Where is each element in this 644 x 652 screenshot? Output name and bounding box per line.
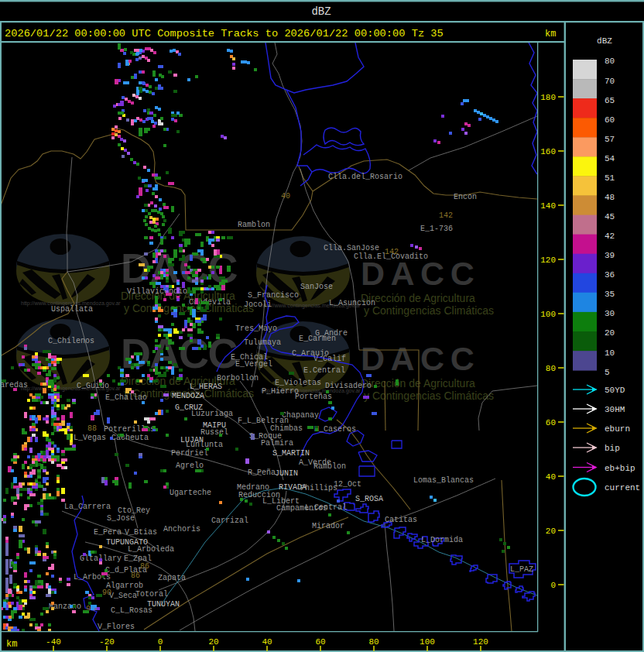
svg-text:MENDOZA: MENDOZA <box>172 392 204 400</box>
svg-text:V_Btias: V_Btias <box>125 528 157 537</box>
svg-text:Jocoli: Jocoli <box>244 300 272 309</box>
svg-text:40: 40 <box>281 192 290 201</box>
svg-text:Carrizal: Carrizal <box>211 516 248 525</box>
svg-text:20: 20 <box>605 328 615 338</box>
svg-text:2026/01/22 00:00:00 UTC Compos: 2026/01/22 00:00:00 UTC Composite Tracks… <box>5 28 444 39</box>
svg-text:Luzuriaga: Luzuriaga <box>191 410 233 418</box>
svg-text:Ugarteche: Ugarteche <box>170 489 211 497</box>
svg-text:60: 60 <box>315 637 325 647</box>
svg-text:30HM: 30HM <box>605 405 625 414</box>
svg-text:20: 20 <box>546 527 556 536</box>
svg-text:5: 5 <box>605 368 610 377</box>
svg-text:C_Guido: C_Guido <box>77 382 109 390</box>
svg-text:S_ROSA: S_ROSA <box>355 495 383 503</box>
svg-text:Anchoris: Anchoris <box>163 525 200 534</box>
svg-text:Ramblon: Ramblon <box>238 221 270 229</box>
svg-text:current: current <box>605 483 640 492</box>
svg-text:80: 80 <box>546 364 556 373</box>
svg-text:45: 45 <box>605 212 615 221</box>
svg-text:30: 30 <box>605 309 615 318</box>
svg-text:Tres_Mayo: Tres_Mayo <box>235 324 277 333</box>
svg-text:10: 10 <box>605 348 615 358</box>
svg-text:E_Pera: E_Pera <box>94 528 122 537</box>
svg-text:L_Dormida: L_Dormida <box>421 536 463 544</box>
svg-text:L_Vegas: L_Vegas <box>74 434 106 442</box>
svg-text:0: 0 <box>158 637 163 647</box>
svg-text:S_Jose: S_Jose <box>107 514 135 523</box>
svg-text:Palmira: Palmira <box>261 439 293 448</box>
svg-text:L_PAZ: L_PAZ <box>510 565 533 574</box>
svg-text:-20: -20 <box>99 637 115 647</box>
svg-text:20: 20 <box>208 637 218 647</box>
svg-text:C_Chilenos: C_Chilenos <box>48 337 94 345</box>
svg-text:dBZ: dBZ <box>597 36 612 46</box>
svg-text:80: 80 <box>368 637 379 647</box>
svg-text:42: 42 <box>605 232 615 241</box>
svg-text:57: 57 <box>605 135 615 144</box>
svg-text:Cacheuta: Cacheuta <box>111 434 149 442</box>
svg-text:E_Zpal: E_Zpal <box>124 554 152 563</box>
svg-text:L_Asuncion: L_Asuncion <box>329 299 375 307</box>
svg-text:y Contingencias Climáticas: y Contingencias Climáticas <box>364 304 494 317</box>
svg-text:54: 54 <box>605 154 615 163</box>
svg-text:Encon: Encon <box>454 193 477 201</box>
svg-text:JUNIN: JUNIN <box>275 469 298 478</box>
svg-text:120: 120 <box>473 637 488 647</box>
svg-text:C_L_Rosas: C_L_Rosas <box>111 606 152 615</box>
svg-text:Lomas_Blancas: Lomas_Blancas <box>413 476 474 485</box>
svg-text:Porteñas: Porteñas <box>295 393 332 401</box>
svg-text:L_HERAS: L_HERAS <box>190 383 222 391</box>
svg-text:60: 60 <box>546 418 556 427</box>
svg-text:Borbollon: Borbollon <box>217 374 259 383</box>
svg-text:km: km <box>6 639 17 650</box>
svg-text:65: 65 <box>605 96 615 105</box>
svg-text:Clla.SanJose: Clla.SanJose <box>324 244 379 252</box>
svg-text:Catitas: Catitas <box>385 516 417 524</box>
svg-text:50YD: 50YD <box>605 386 625 395</box>
svg-text:dBZ: dBZ <box>311 5 331 18</box>
svg-text:Uspallata: Uspallata <box>51 305 93 314</box>
svg-text:48: 48 <box>605 193 615 202</box>
svg-text:80: 80 <box>605 57 615 66</box>
svg-text:M_Caseros: M_Caseros <box>314 425 356 434</box>
svg-text:60: 60 <box>605 115 615 125</box>
svg-text:Zapata: Zapata <box>158 574 186 582</box>
svg-text:88: 88 <box>87 424 97 433</box>
svg-text:Divisadero: Divisadero <box>325 382 372 390</box>
svg-text:100: 100 <box>540 310 556 319</box>
svg-text:Clla.del_Rosario: Clla.del_Rosario <box>328 173 402 181</box>
svg-text:0: 0 <box>550 581 556 590</box>
svg-text:40: 40 <box>546 472 556 482</box>
svg-text:La_Carrera: La_Carrera <box>64 503 111 511</box>
svg-text:eburn: eburn <box>605 424 630 434</box>
svg-text:V_Calif: V_Calif <box>313 355 346 363</box>
svg-text:L_Arboleda: L_Arboleda <box>128 545 174 554</box>
svg-text:DACC: DACC <box>361 340 480 377</box>
svg-text:V_Flores: V_Flores <box>98 623 135 631</box>
svg-text:S_Francisco: S_Francisco <box>248 291 299 300</box>
svg-text:35: 35 <box>605 290 615 299</box>
svg-text:Perdriel: Perdriel <box>171 449 208 458</box>
svg-text:140: 140 <box>540 201 556 211</box>
svg-text:120: 120 <box>540 256 556 265</box>
svg-text:Clla.El_Covadito: Clla.El_Covadito <box>354 252 428 261</box>
svg-text:Totoral: Totoral <box>135 590 168 599</box>
svg-text:L_Central: L_Central <box>305 503 347 512</box>
svg-text:Dirección de Agricultura: Dirección de Agricultura <box>361 292 475 304</box>
svg-text:Ramblon: Ramblon <box>313 462 346 471</box>
svg-text:E_Vergel: E_Vergel <box>235 360 272 369</box>
svg-text:51: 51 <box>605 173 615 183</box>
svg-text:E_Challao: E_Challao <box>105 393 147 402</box>
svg-text:40: 40 <box>262 637 272 647</box>
svg-text:39: 39 <box>605 251 615 260</box>
svg-text:SanJose: SanJose <box>300 283 333 291</box>
svg-text:Algarrob: Algarrob <box>106 582 143 590</box>
svg-text:E_Carmen: E_Carmen <box>299 335 336 343</box>
svg-text:bip: bip <box>605 444 620 453</box>
svg-text:C_d_Plata: C_d_Plata <box>105 566 147 575</box>
svg-text:Mirador: Mirador <box>312 522 344 530</box>
svg-text:R_Peña: R_Peña <box>248 468 276 477</box>
svg-text:V_Seca: V_Seca <box>109 592 137 600</box>
svg-text:Russel: Russel <box>200 428 228 437</box>
svg-text:100: 100 <box>420 637 435 647</box>
